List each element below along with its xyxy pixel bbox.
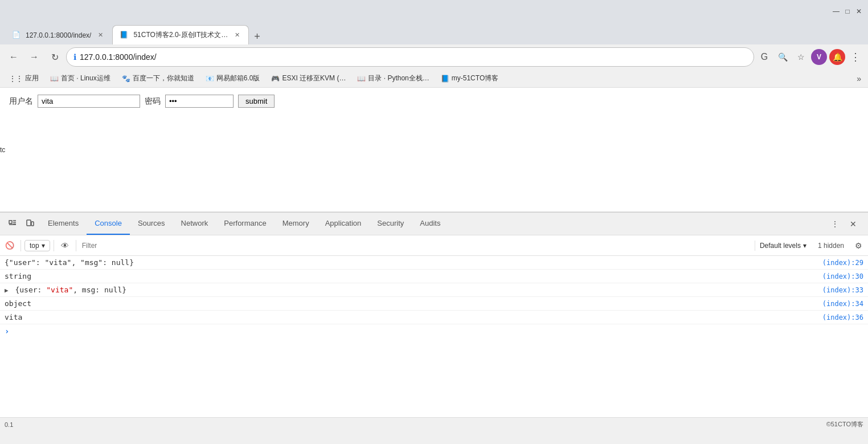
profile-button[interactable]: V xyxy=(811,49,827,65)
console-link-4[interactable]: (index):34 xyxy=(822,300,863,308)
login-form: 用户名 密码 submit xyxy=(9,95,859,108)
tab-memory[interactable]: Memory xyxy=(275,213,317,235)
submit-button[interactable]: submit xyxy=(238,95,275,108)
tab-1-icon: 📄 xyxy=(12,31,21,40)
devtools-icon-group xyxy=(2,216,40,232)
tab-audits[interactable]: Audits xyxy=(412,213,448,235)
devtools-tabs: Elements Console Sources Network Perform… xyxy=(40,213,822,235)
new-tab-button[interactable]: + xyxy=(249,28,265,44)
maximize-button[interactable]: □ xyxy=(843,7,852,16)
baidu-icon: 🐾 xyxy=(122,75,130,83)
tabs-bar: 📄 127.0.0.1:8000/index/ ✕ 📘 51CTO博客2.0-原… xyxy=(0,23,868,44)
default-levels-selector[interactable]: Default levels ▾ xyxy=(755,241,811,251)
star-icon[interactable]: ☆ xyxy=(793,49,809,65)
address-bar[interactable]: ℹ 127.0.0.1:8000/index/ xyxy=(66,47,754,67)
tab-2-title: 51CTO博客2.0-原创IT技术文章… xyxy=(133,30,228,40)
tab-security[interactable]: Security xyxy=(369,213,412,235)
tab-1-title: 127.0.0.1:8000/index/ xyxy=(26,31,91,39)
info-icon: ℹ xyxy=(73,52,76,62)
eye-button[interactable]: 👁 xyxy=(58,238,72,253)
console-link-2[interactable]: (index):30 xyxy=(822,272,863,280)
bookmark-python[interactable]: 📖 目录 · Python全栈… xyxy=(353,72,433,84)
window-controls: — □ ✕ xyxy=(832,7,863,16)
expand-arrow[interactable]: ▶ xyxy=(5,287,9,294)
svg-rect-6 xyxy=(31,222,34,226)
context-selector[interactable]: top ▾ xyxy=(24,240,50,251)
console-text-5: vita xyxy=(5,313,822,321)
console-prompt-line: › xyxy=(0,324,868,338)
browser-window: — □ ✕ 📄 127.0.0.1:8000/index/ ✕ 📘 51CTO博… xyxy=(0,0,868,431)
tab-1[interactable]: 📄 127.0.0.1:8000/index/ ✕ xyxy=(5,25,112,44)
clear-console-button[interactable]: 🚫 xyxy=(2,238,17,253)
filter-input[interactable] xyxy=(80,241,752,251)
console-line-5: vita (index):36 xyxy=(0,311,868,324)
console-line-2: string (index):30 xyxy=(0,270,868,283)
password-label: 密码 xyxy=(145,96,161,107)
console-text-3: ▶ {user: "vita", msg: null} xyxy=(5,286,822,294)
console-line-1: {"user": "vita", "msg": null} (index):29 xyxy=(0,256,868,270)
console-link-3[interactable]: (index):33 xyxy=(822,286,863,294)
page-content: tc 用户名 密码 submit xyxy=(0,88,868,212)
device-toggle-button[interactable] xyxy=(22,216,38,232)
tab-sources[interactable]: Sources xyxy=(130,213,173,235)
tab-network[interactable]: Network xyxy=(173,213,216,235)
side-label: tc xyxy=(0,146,5,154)
prompt-arrow: › xyxy=(5,327,9,336)
zoom-icon[interactable]: 🔍 xyxy=(775,49,791,65)
bookmarks-more-button[interactable]: » xyxy=(854,73,863,84)
address-bar-row: ← → ↻ ℹ 127.0.0.1:8000/index/ G 🔍 ☆ V 🔔 … xyxy=(0,44,868,70)
refresh-button[interactable]: ↻ xyxy=(46,48,64,66)
text-suffix: , msg: null} xyxy=(73,286,126,294)
close-button[interactable]: ✕ xyxy=(854,7,863,16)
default-levels-arrow: ▾ xyxy=(803,242,806,250)
bookmark-esxi-label: ESXI 迁移至KVM (… xyxy=(282,74,346,83)
default-levels-label: Default levels xyxy=(760,242,801,250)
console-text-4: object xyxy=(5,299,822,308)
tab-2[interactable]: 📘 51CTO博客2.0-原创IT技术文章… ✕ xyxy=(112,25,249,44)
console-link-1[interactable]: (index):29 xyxy=(822,259,863,267)
tab-elements[interactable]: Elements xyxy=(40,213,87,235)
console-text-2: string xyxy=(5,272,822,280)
tab-1-close[interactable]: ✕ xyxy=(96,31,105,40)
notification-button[interactable]: 🔔 xyxy=(829,49,845,65)
status-right-text: ©51CTO博客 xyxy=(826,420,863,429)
console-text-1: {"user": "vita", "msg": null} xyxy=(5,258,822,267)
text-prefix: {user: xyxy=(15,286,46,294)
bookmark-esxi[interactable]: 🎮 ESXI 迁移至KVM (… xyxy=(267,72,350,84)
console-line-4: object (index):34 xyxy=(0,297,868,311)
mail-icon: 📧 xyxy=(206,75,214,83)
forward-button[interactable]: → xyxy=(25,48,43,66)
status-left: 0.1 xyxy=(5,421,13,428)
password-input[interactable] xyxy=(165,95,234,108)
tab-performance[interactable]: Performance xyxy=(216,213,274,235)
back-button[interactable]: ← xyxy=(5,48,23,66)
devtools-panel: Elements Console Sources Network Perform… xyxy=(0,212,868,417)
toolbar-divider-3 xyxy=(76,240,76,251)
devtools-close-button[interactable]: ✕ xyxy=(845,216,861,232)
bookmark-apps[interactable]: ⋮⋮ 应用 xyxy=(5,72,43,84)
translate-icon[interactable]: G xyxy=(756,49,772,65)
select-element-button[interactable] xyxy=(5,216,21,232)
console-toolbar: 🚫 top ▾ 👁 Default levels ▾ 1 hidden ⚙ xyxy=(0,235,868,256)
status-right: ©51CTO博客 xyxy=(826,420,863,429)
bookmark-51cto[interactable]: 📘 my-51CTO博客 xyxy=(436,72,503,84)
minimize-button[interactable]: — xyxy=(832,7,841,16)
tab-console[interactable]: Console xyxy=(87,213,130,235)
address-text: 127.0.0.1:8000/index/ xyxy=(80,52,747,62)
bookmark-baidu[interactable]: 🐾 百度一下，你就知道 xyxy=(117,72,199,84)
menu-button[interactable]: ⋮ xyxy=(847,49,863,65)
console-link-5[interactable]: (index):36 xyxy=(822,313,863,321)
tab-application[interactable]: Application xyxy=(317,213,370,235)
bookmarks-bar: ⋮⋮ 应用 📖 首页 · Linux运维 🐾 百度一下，你就知道 📧 网易邮箱6… xyxy=(0,70,868,88)
linux-icon: 📖 xyxy=(50,75,59,83)
tab-2-close[interactable]: ✕ xyxy=(232,31,241,40)
bookmark-apps-label: 应用 xyxy=(25,74,39,83)
bookmark-python-label: 目录 · Python全栈… xyxy=(368,74,429,83)
bookmark-linux[interactable]: 📖 首页 · Linux运维 xyxy=(46,72,115,84)
username-input[interactable] xyxy=(38,95,140,108)
bookmark-163mail[interactable]: 📧 网易邮箱6.0版 xyxy=(201,72,265,84)
devtools-header: Elements Console Sources Network Perform… xyxy=(0,213,868,235)
bookmark-baidu-label: 百度一下，你就知道 xyxy=(133,74,194,83)
console-settings-button[interactable]: ⚙ xyxy=(851,238,866,253)
devtools-more-button[interactable]: ⋮ xyxy=(827,216,843,232)
